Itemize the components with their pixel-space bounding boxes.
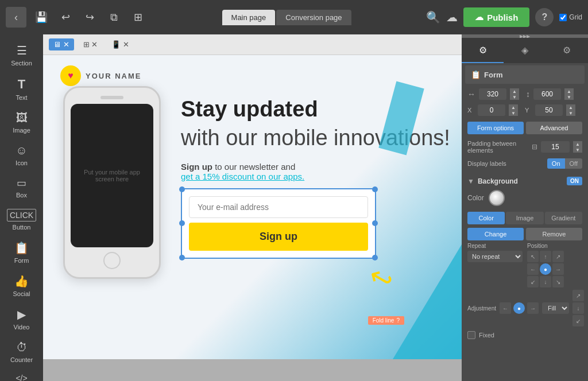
sidebar-item-form[interactable]: 📋 Form	[3, 236, 40, 269]
grid-toggle[interactable]	[559, 14, 567, 21]
padding-row: Padding between elements ⊟ ▲ ▼	[462, 138, 588, 156]
adj-down-diag[interactable]: ↙	[572, 315, 584, 326]
back-button[interactable]: ‹	[6, 7, 26, 28]
panel-tab-settings[interactable]: ⚙	[546, 38, 588, 63]
top-bar: ‹ 💾 ↩ ↪ ⧉ ⊞ Main page Conversion page 🔍 …	[0, 0, 588, 34]
bg-tab-color[interactable]: Color	[467, 212, 505, 224]
x-up[interactable]: ▲	[509, 104, 518, 110]
sidebar-item-section[interactable]: ☰ Section	[3, 39, 40, 71]
padding-input[interactable]	[541, 141, 570, 153]
display-labels-label: Display labels	[467, 160, 544, 167]
tab-main-page[interactable]: Main page	[222, 10, 276, 25]
width-down[interactable]: ▼	[510, 94, 519, 100]
bg-tab-gradient[interactable]: Gradient	[545, 212, 582, 224]
width-up[interactable]: ▲	[510, 88, 519, 94]
y-spinners: ▲ ▼	[566, 104, 575, 116]
x-input[interactable]	[478, 104, 505, 116]
pos-bc[interactable]: ↓	[540, 276, 551, 287]
fixed-label: Fixed	[479, 332, 494, 339]
bg-type-tabs: Color Image Gradient	[467, 212, 582, 224]
selection-handle-tl[interactable]	[179, 186, 185, 192]
adjustment-select[interactable]: Fill	[542, 302, 569, 314]
pos-tl[interactable]: ↖	[527, 251, 539, 262]
height-input[interactable]	[533, 88, 561, 100]
redo-icon[interactable]: ↪	[80, 8, 99, 26]
remove-button[interactable]: Remove	[526, 228, 582, 240]
save-icon[interactable]: 💾	[32, 8, 51, 26]
selection-handle-bl[interactable]	[179, 255, 185, 261]
search-icon[interactable]: 🔍	[426, 10, 440, 24]
adj-right[interactable]: →	[527, 302, 539, 314]
phone-screen: Put your mobile app screen here	[71, 104, 153, 247]
cloud-save-icon[interactable]: ☁	[446, 10, 458, 24]
bg-tab-image[interactable]: Image	[506, 212, 543, 224]
button-icon: CLICK	[7, 209, 36, 221]
copy-icon[interactable]: ⧉	[105, 8, 123, 26]
publish-button[interactable]: ☁ Publish	[463, 7, 529, 27]
section-icon: ☰	[17, 44, 27, 57]
pos-ml[interactable]: ←	[527, 263, 539, 275]
selection-handle-mr[interactable]	[372, 220, 378, 226]
height-up[interactable]: ▲	[564, 88, 574, 94]
cta-highlight[interactable]: get a 15% discount on our apps.	[181, 172, 304, 181]
sidebar-item-counter[interactable]: ⏱ Counter	[3, 336, 40, 368]
height-down[interactable]: ▼	[564, 94, 574, 100]
adj-left[interactable]: ←	[500, 302, 511, 314]
color-swatch[interactable]	[489, 190, 505, 206]
pos-mr[interactable]: →	[552, 263, 564, 275]
tab-conversion-page[interactable]: Conversion page	[276, 10, 351, 25]
panel-tab-properties[interactable]: ⚙	[462, 38, 504, 63]
sidebar-item-button[interactable]: CLICK Button	[3, 204, 40, 235]
pos-bl[interactable]: ↙	[527, 276, 539, 287]
adj-up-diag[interactable]: ↗	[572, 290, 584, 301]
sidebar-item-image[interactable]: 🖼 Image	[3, 107, 40, 138]
canvas-content[interactable]: ♥ YOUR NAME Put your mobile app screen h…	[43, 55, 462, 381]
panel-tab-layers[interactable]: ◈	[504, 38, 546, 63]
sidebar-item-icon[interactable]: ☺ Icon	[3, 139, 40, 171]
bg-collapse-icon[interactable]: ▼	[467, 177, 474, 185]
selection-handle-tr[interactable]	[372, 186, 378, 192]
padding-down[interactable]: ▼	[573, 147, 582, 153]
sidebar-item-social[interactable]: 👍 Social	[3, 270, 40, 302]
grid-checkbox[interactable]: Grid	[559, 13, 582, 21]
mobile-view-button[interactable]: 📱 ✕	[107, 38, 134, 50]
adj-arrows-left: ← ● →	[500, 302, 539, 314]
repeat-select[interactable]: No repeat	[467, 251, 523, 262]
padding-up[interactable]: ▲	[573, 141, 582, 147]
y-input[interactable]	[535, 104, 563, 116]
adj-center[interactable]: ●	[513, 302, 525, 314]
y-up[interactable]: ▲	[566, 104, 575, 110]
tablet-view-button[interactable]: ⊞ ✕	[79, 38, 103, 50]
pos-tc[interactable]: ↑	[540, 251, 551, 262]
adj-down[interactable]: ↓	[572, 302, 584, 314]
sidebar-item-box[interactable]: ▭ Box	[3, 172, 40, 203]
selection-handle-br[interactable]	[372, 255, 378, 261]
selection-handle-ml[interactable]	[179, 220, 185, 226]
undo-icon[interactable]: ↩	[56, 8, 75, 26]
pos-br[interactable]: ↘	[552, 276, 564, 287]
signup-button[interactable]: Sign up	[189, 223, 368, 251]
change-button[interactable]: Change	[467, 228, 524, 240]
fixed-row: Fixed	[467, 329, 582, 341]
form-options-button[interactable]: Form options	[467, 122, 524, 134]
pos-mc[interactable]: ●	[540, 263, 551, 275]
image-buttons: Change Remove	[467, 228, 582, 240]
labels-on-button[interactable]: On	[547, 158, 565, 169]
logo-text: YOUR NAME	[86, 72, 141, 80]
pos-tr[interactable]: ↗	[552, 251, 564, 262]
email-input[interactable]	[189, 196, 368, 218]
sidebar-item-custom[interactable]: </> Custom	[3, 369, 40, 381]
fixed-checkbox[interactable]	[467, 331, 475, 339]
labels-off-button[interactable]: Off	[565, 158, 582, 169]
sidebar-item-video[interactable]: ▶ Video	[3, 303, 40, 335]
y-down[interactable]: ▼	[566, 110, 575, 116]
width-input[interactable]	[479, 88, 506, 100]
advanced-button[interactable]: Advanced	[526, 122, 582, 134]
box-icon: ▭	[17, 177, 26, 189]
x-down[interactable]: ▼	[509, 110, 518, 116]
help-button[interactable]: ?	[535, 8, 554, 26]
duplicate-icon[interactable]: ⊞	[129, 8, 147, 26]
color-row: Color	[467, 188, 582, 208]
desktop-view-button[interactable]: 🖥 ✕	[49, 38, 74, 50]
sidebar-item-text[interactable]: T Text	[3, 72, 40, 106]
